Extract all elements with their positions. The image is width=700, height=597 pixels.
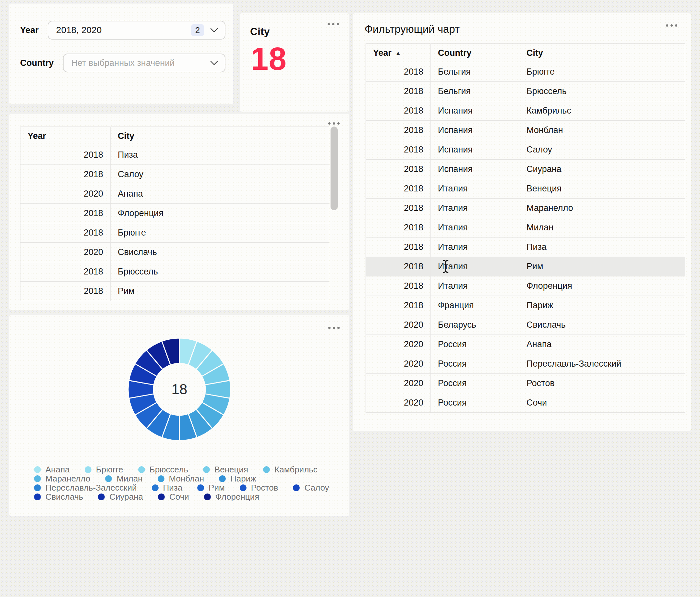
table-row[interactable]: 2020Анапа xyxy=(20,184,329,204)
cell-year[interactable]: 2018 xyxy=(366,179,431,199)
cell-city[interactable]: Сиурана xyxy=(519,159,685,179)
cell-year[interactable]: 2020 xyxy=(366,335,431,354)
cell-country[interactable]: Испания xyxy=(431,140,519,159)
legend-item[interactable]: Маранелло xyxy=(34,474,90,484)
cell-country[interactable]: Италия xyxy=(431,276,519,296)
cell-city[interactable]: Свислачь xyxy=(110,243,329,262)
cell-country[interactable]: Бельгия xyxy=(431,62,519,82)
cell-city[interactable]: Рим xyxy=(110,282,329,301)
cell-year[interactable]: 2018 xyxy=(20,165,110,184)
cell-country[interactable]: Россия xyxy=(431,393,519,413)
table-row[interactable]: 2018Салоу xyxy=(20,165,329,184)
cell-year[interactable]: 2018 xyxy=(366,238,431,257)
cell-country[interactable]: Италия xyxy=(431,238,519,257)
cell-year[interactable]: 2018 xyxy=(366,296,431,315)
table-row[interactable]: 2018ИспанияСалоу xyxy=(366,140,685,159)
cell-city[interactable]: Брюгге xyxy=(110,223,329,243)
column-header-country[interactable]: Country xyxy=(431,44,519,62)
table-row[interactable]: 2018БельгияБрюгге xyxy=(366,62,685,82)
cell-year[interactable]: 2018 xyxy=(366,276,431,296)
cell-city[interactable]: Анапа xyxy=(110,184,329,204)
legend-item[interactable]: Пиза xyxy=(152,483,183,493)
cell-year[interactable]: 2020 xyxy=(366,354,431,374)
legend-item[interactable]: Переславль-Залесский xyxy=(34,483,137,493)
cell-country[interactable]: Россия xyxy=(431,354,519,374)
cell-city[interactable]: Париж xyxy=(519,296,685,315)
legend-item[interactable]: Рим xyxy=(197,483,225,493)
table-row[interactable]: 2020РоссияПереславль-Залесский xyxy=(366,354,685,374)
table-row[interactable]: 2018Флоренция xyxy=(20,204,329,223)
column-header-city[interactable]: City xyxy=(519,44,685,62)
cell-city[interactable]: Флоренция xyxy=(110,204,329,223)
cell-country[interactable]: Беларусь xyxy=(431,315,519,335)
cell-year[interactable]: 2020 xyxy=(366,315,431,335)
legend-item[interactable]: Милан xyxy=(105,474,143,484)
cell-year[interactable]: 2018 xyxy=(366,218,431,238)
widget-menu-button[interactable] xyxy=(326,325,342,331)
cell-city[interactable]: Анапа xyxy=(519,335,685,354)
cell-city[interactable]: Свислачь xyxy=(519,315,685,335)
legend-item[interactable]: Брюгге xyxy=(85,465,123,475)
table-row[interactable]: 2018ИталияВенеция xyxy=(366,179,685,199)
cell-country[interactable]: Италия xyxy=(431,199,519,218)
column-header-city[interactable]: City xyxy=(110,127,329,145)
table-row[interactable]: 2018ИталияФлоренция xyxy=(366,276,685,296)
cell-year[interactable]: 2018 xyxy=(366,62,431,82)
cell-year[interactable]: 2018 xyxy=(366,82,431,101)
legend-item[interactable]: Венеция xyxy=(203,465,248,475)
table-row[interactable]: 2018ФранцияПариж xyxy=(366,296,685,315)
cell-year[interactable]: 2018 xyxy=(366,101,431,121)
table-row[interactable]: 2018ИспанияСиурана xyxy=(366,159,685,179)
cell-city[interactable]: Салоу xyxy=(519,140,685,159)
cell-city[interactable]: Ростов xyxy=(519,374,685,393)
cell-city[interactable]: Милан xyxy=(519,218,685,238)
legend-item[interactable]: Ростов xyxy=(240,483,278,493)
cell-city[interactable]: Монблан xyxy=(519,121,685,140)
cell-year[interactable]: 2018 xyxy=(20,204,110,223)
table-row[interactable]: 2018ИталияПиза xyxy=(366,238,685,257)
cell-country[interactable]: Россия xyxy=(431,374,519,393)
cell-year[interactable]: 2018 xyxy=(366,159,431,179)
widget-menu-button[interactable] xyxy=(664,22,679,29)
legend-item[interactable]: Салоу xyxy=(293,483,329,493)
cell-country[interactable]: Франция xyxy=(431,296,519,315)
cell-year[interactable]: 2020 xyxy=(20,184,110,204)
cell-year[interactable]: 2018 xyxy=(20,282,110,301)
cell-city[interactable]: Пиза xyxy=(519,238,685,257)
cell-city[interactable]: Маранелло xyxy=(519,199,685,218)
cell-city[interactable]: Камбрильс xyxy=(519,101,685,121)
table-row[interactable]: 2020РоссияРостов xyxy=(366,374,685,393)
table-row[interactable]: 2018ИталияРим xyxy=(366,257,685,276)
table-row[interactable]: 2020РоссияСочи xyxy=(366,393,685,413)
cell-country[interactable]: Испания xyxy=(431,101,519,121)
cell-year[interactable]: 2020 xyxy=(20,243,110,262)
cell-year[interactable]: 2018 xyxy=(20,262,110,282)
table-row[interactable]: 2018ИталияМаранелло xyxy=(366,199,685,218)
table-row[interactable]: 2018ИспанияКамбрильс xyxy=(366,101,685,121)
table-row[interactable]: 2018БельгияБрюссель xyxy=(366,82,685,101)
legend-item[interactable]: Париж xyxy=(219,474,256,484)
cell-city[interactable]: Пиза xyxy=(110,145,329,165)
legend-item[interactable]: Свислачь xyxy=(34,492,83,502)
table-row[interactable]: 2018Пиза xyxy=(20,145,329,165)
table-row[interactable]: 2020БеларусьСвислачь xyxy=(366,315,685,335)
cell-year[interactable]: 2020 xyxy=(366,374,431,393)
cell-country[interactable]: Бельгия xyxy=(431,82,519,101)
table-row[interactable]: 2018Брюгге xyxy=(20,223,329,243)
cell-country[interactable]: Россия xyxy=(431,335,519,354)
table-row[interactable]: 2020Свислачь xyxy=(20,243,329,262)
cell-country[interactable]: Испания xyxy=(431,159,519,179)
cell-country[interactable]: Испания xyxy=(431,121,519,140)
cell-year[interactable]: 2018 xyxy=(366,140,431,159)
cell-year[interactable]: 2018 xyxy=(366,199,431,218)
cell-city[interactable]: Переславль-Залесский xyxy=(519,354,685,374)
cell-city[interactable]: Брюссель xyxy=(110,262,329,282)
cell-country[interactable]: Италия xyxy=(431,179,519,199)
cell-year[interactable]: 2018 xyxy=(366,257,431,276)
cell-city[interactable]: Флоренция xyxy=(519,276,685,296)
table-row[interactable]: 2018ИспанияМонблан xyxy=(366,121,685,140)
country-select[interactable]: Нет выбранных значений xyxy=(63,53,226,72)
legend-item[interactable]: Анапа xyxy=(34,465,70,475)
table-row[interactable]: 2018ИталияМилан xyxy=(366,218,685,238)
cell-city[interactable]: Венеция xyxy=(519,179,685,199)
